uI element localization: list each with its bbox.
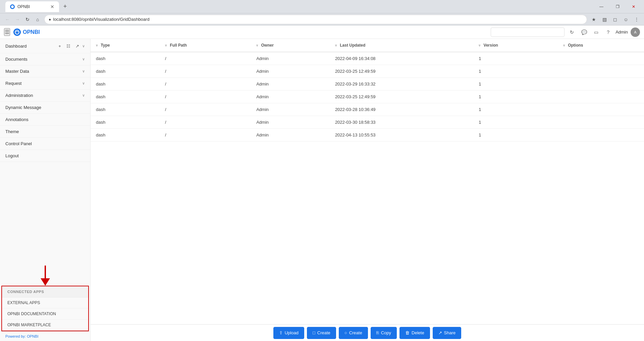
tab-favicon — [10, 4, 15, 9]
extensions-button[interactable]: ▧ — [600, 15, 609, 24]
new-tab-button[interactable]: + — [60, 2, 70, 11]
minimize-button[interactable]: — — [594, 1, 609, 12]
profile-button[interactable]: ☺ — [621, 15, 631, 24]
cell-full_path-5: / — [160, 116, 251, 129]
table-row[interactable]: dash/Admin2022-04-09 16:34:081 — [91, 52, 644, 65]
copy-icon: ⎘ — [376, 330, 379, 335]
bookmark-star-button[interactable]: ★ — [589, 15, 598, 24]
cell-type-1: dash — [91, 65, 160, 78]
help-button[interactable]: ? — [603, 27, 613, 37]
powered-by: Powered by: OPNBI — [0, 331, 90, 341]
forward-button[interactable]: → — [13, 15, 22, 24]
sidebar-item-dashboard[interactable]: Dashboard + ☷ ↗ ∨ — [0, 39, 90, 53]
table-row[interactable]: dash/Admin2022-03-29 16:33:321 — [91, 78, 644, 91]
reload-button[interactable]: ↻ — [23, 15, 32, 24]
table-row[interactable]: dash/Admin2022-03-30 18:58:331 — [91, 116, 644, 129]
url-bar[interactable]: ● localhost:8080/opnbi/Visualization/Gri… — [44, 15, 587, 24]
close-button[interactable]: ✕ — [626, 1, 641, 12]
share-button[interactable]: ↗ Share — [433, 327, 462, 339]
type-filter-icon[interactable]: ▿ — [96, 44, 98, 47]
cell-type-4: dash — [91, 103, 160, 116]
dynamic-message-label: Dynamic Message — [5, 105, 41, 110]
data-table: ▿ Type ▿ Full Path ▿ Owner — [91, 39, 644, 141]
full-path-filter-icon[interactable]: ▿ — [165, 44, 167, 47]
cell-full_path-3: / — [160, 91, 251, 103]
upload-button[interactable]: ⇧ Upload — [273, 327, 304, 339]
col-header-options: ▿ Options — [558, 39, 644, 52]
table-row[interactable]: dash/Admin2022-03-25 12:49:591 — [91, 65, 644, 78]
refresh-button[interactable]: ↻ — [567, 27, 577, 37]
sidebar-item-external-apps[interactable]: EXTERNAL APPS — [2, 297, 88, 308]
cell-version-2: 1 — [473, 78, 558, 91]
col-owner-label: Owner — [261, 43, 274, 48]
bookmark-button[interactable]: ▭ — [591, 27, 601, 37]
master-data-chevron: ∨ — [82, 69, 85, 73]
cell-type-2: dash — [91, 78, 160, 91]
sidebar-item-opnbi-docs[interactable]: OPNBI DOCUMENTATION — [2, 308, 88, 320]
col-header-type: ▿ Type — [91, 39, 160, 52]
dashboard-grid-button[interactable]: ☷ — [65, 42, 72, 50]
dashboard-export-button[interactable]: ↗ — [73, 42, 81, 50]
delete-button[interactable]: 🗑 Delete — [399, 327, 430, 339]
down-arrow-annotation — [39, 266, 52, 286]
sidebar-item-administration[interactable]: Administration ∨ — [0, 90, 90, 102]
sidebar-item-theme[interactable]: Theme — [0, 126, 90, 138]
search-input[interactable] — [491, 27, 565, 37]
col-header-owner: ▿ Owner — [251, 39, 330, 52]
home-button[interactable]: ⌂ — [33, 15, 42, 24]
user-avatar[interactable]: A — [631, 27, 640, 37]
dashboard-row: Dashboard — [5, 44, 27, 49]
bottom-toolbar: ⇧ Upload □ Create ○ Create ⎘ Copy 🗑 D — [91, 324, 644, 341]
table-row[interactable]: dash/Admin2022-03-28 10:36:491 — [91, 103, 644, 116]
sidebar-item-documents[interactable]: Documents ∨ — [0, 53, 90, 65]
theme-label: Theme — [5, 129, 19, 134]
owner-filter-icon[interactable]: ▿ — [256, 44, 258, 47]
svg-point-0 — [11, 5, 14, 8]
dashboard-chevron: ∨ — [82, 44, 85, 48]
tab-title: OPNBI — [17, 4, 30, 9]
connected-apps-section: CONNECTED APPS EXTERNAL APPS OPNBI DOCUM… — [1, 286, 89, 331]
cell-options-6 — [558, 129, 644, 141]
create-button-2[interactable]: ○ Create — [339, 327, 368, 339]
request-chevron: ∨ — [82, 81, 85, 86]
sidebar-item-request[interactable]: Request ∨ — [0, 77, 90, 90]
table-container[interactable]: ▿ Type ▿ Full Path ▿ Owner — [91, 39, 644, 324]
cell-owner-6: Admin — [251, 129, 330, 141]
browser-chrome: OPNBI ✕ + — ❐ ✕ — [0, 0, 644, 13]
content-area: Dashboard + ☷ ↗ ∨ Documents ∨ Master Dat… — [0, 39, 644, 341]
col-full-path-label: Full Path — [170, 43, 187, 48]
lock-icon: ● — [49, 17, 51, 22]
last-updated-filter-icon[interactable]: ▿ — [335, 44, 337, 47]
maximize-button[interactable]: ❐ — [610, 1, 625, 12]
copy-button[interactable]: ⎘ Copy — [371, 327, 397, 339]
sidebar-item-dynamic-message[interactable]: Dynamic Message — [0, 102, 90, 114]
dashboard-add-button[interactable]: + — [56, 42, 63, 50]
active-tab[interactable]: OPNBI ✕ — [5, 1, 59, 12]
hamburger-button[interactable]: ☰ — [4, 28, 10, 36]
col-last-updated-label: Last Updated — [340, 43, 365, 48]
table-row[interactable]: dash/Admin2022-04-13 10:55:531 — [91, 129, 644, 141]
address-bar: ← → ↻ ⌂ ● localhost:8080/opnbi/Visualiza… — [0, 13, 644, 25]
dashboard-icons: + ☷ ↗ ∨ — [56, 42, 85, 50]
sidebar-item-master-data[interactable]: Master Data ∨ — [0, 65, 90, 77]
table-body: dash/Admin2022-04-09 16:34:081dash/Admin… — [91, 52, 644, 141]
split-screen-button[interactable]: ◻ — [610, 15, 620, 24]
cell-last_updated-6: 2022-04-13 10:55:53 — [330, 129, 473, 141]
dashboard-label: Dashboard — [5, 44, 27, 49]
tab-close-button[interactable]: ✕ — [50, 4, 54, 9]
menu-button[interactable]: ⋮ — [632, 15, 641, 24]
sidebar-item-control-panel[interactable]: Control Panel — [0, 138, 90, 150]
col-header-last-updated: ▿ Last Updated — [330, 39, 473, 52]
sidebar-item-logout[interactable]: Logout — [0, 150, 90, 162]
back-button[interactable]: ← — [3, 15, 12, 24]
powered-by-link[interactable]: OPNBI — [27, 334, 38, 338]
options-filter-icon[interactable]: ▿ — [563, 44, 565, 47]
create-button-1[interactable]: □ Create — [307, 327, 336, 339]
sidebar: Dashboard + ☷ ↗ ∨ Documents ∨ Master Dat… — [0, 39, 91, 341]
administration-label: Administration — [5, 93, 33, 98]
sidebar-item-opnbi-marketplace[interactable]: OPNBI MARKETPLACE — [2, 320, 88, 331]
chat-button[interactable]: 💬 — [579, 27, 589, 37]
version-filter-icon[interactable]: ▿ — [479, 44, 480, 47]
table-row[interactable]: dash/Admin2022-03-25 12:49:591 — [91, 91, 644, 103]
sidebar-item-annotations[interactable]: Annotations — [0, 114, 90, 126]
